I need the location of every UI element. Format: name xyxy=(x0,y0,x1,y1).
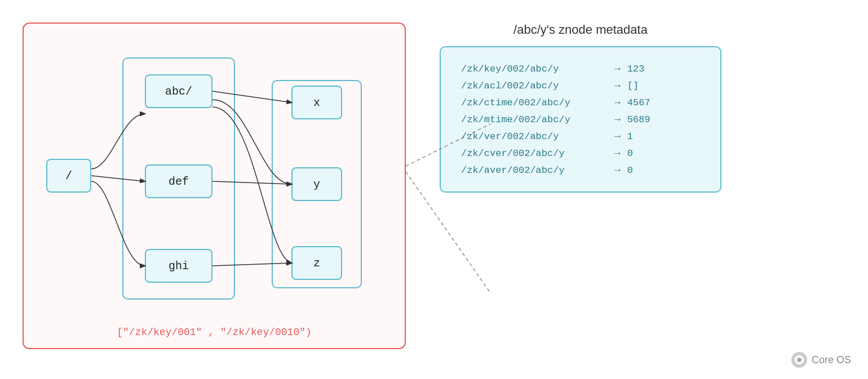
meta-value: 0 xyxy=(627,165,633,176)
node-root: / xyxy=(46,159,91,193)
meta-arrow: → xyxy=(614,164,621,176)
node-def: def xyxy=(145,164,212,198)
node-ghi: ghi xyxy=(145,249,212,283)
node-z: z xyxy=(291,246,342,280)
meta-arrow: → xyxy=(614,148,621,159)
meta-row: /zk/ver/002/abc/y → 1 xyxy=(461,131,700,142)
meta-box: /zk/key/002/abc/y → 123 /zk/acl/002/abc/… xyxy=(440,46,721,193)
meta-key: /zk/mtime/002/abc/y xyxy=(461,114,608,125)
bottom-label: ["/zk/key/001" , "/zk/key/0010") xyxy=(117,327,312,338)
meta-value: 0 xyxy=(627,148,633,159)
node-abc: abc/ xyxy=(145,74,212,108)
meta-value: 123 xyxy=(627,64,645,74)
meta-key: /zk/acl/002/abc/y xyxy=(461,81,608,91)
main-container: / abc/ def ghi x y z xyxy=(0,0,868,379)
meta-arrow: → xyxy=(614,114,621,125)
meta-row: /zk/acl/002/abc/y → [] xyxy=(461,80,700,91)
meta-key: /zk/aver/002/abc/y xyxy=(461,165,608,176)
meta-key: /zk/ctime/002/abc/y xyxy=(461,97,608,108)
coreos-icon xyxy=(791,352,807,368)
meta-row: /zk/key/002/abc/y → 123 xyxy=(461,63,700,74)
coreos-text: Core OS xyxy=(812,354,851,366)
node-y: y xyxy=(291,167,342,201)
meta-value: 1 xyxy=(627,131,633,142)
meta-arrow: → xyxy=(614,131,621,142)
meta-key: /zk/cver/002/abc/y xyxy=(461,148,608,159)
svg-point-4 xyxy=(797,358,801,362)
meta-row: /zk/aver/002/abc/y → 0 xyxy=(461,164,700,176)
meta-row: /zk/mtime/002/abc/y → 5689 xyxy=(461,114,700,125)
node-x: x xyxy=(291,86,342,119)
meta-value: [] xyxy=(627,81,639,91)
coreos-branding: Core OS xyxy=(791,352,851,368)
meta-arrow: → xyxy=(614,63,621,74)
meta-value: 5689 xyxy=(627,114,650,125)
meta-title: /abc/y's znode metadata xyxy=(440,23,721,37)
meta-key: /zk/key/002/abc/y xyxy=(461,64,608,74)
meta-arrow: → xyxy=(614,97,621,108)
meta-row: /zk/ctime/002/abc/y → 4567 xyxy=(461,97,700,108)
meta-key: /zk/ver/002/abc/y xyxy=(461,131,608,142)
meta-row: /zk/cver/002/abc/y → 0 xyxy=(461,148,700,159)
meta-arrow: → xyxy=(614,80,621,91)
tree-panel: / abc/ def ghi x y z xyxy=(23,23,406,349)
meta-value: 4567 xyxy=(627,97,650,108)
meta-panel: /abc/y's znode metadata /zk/key/002/abc/… xyxy=(440,23,721,193)
